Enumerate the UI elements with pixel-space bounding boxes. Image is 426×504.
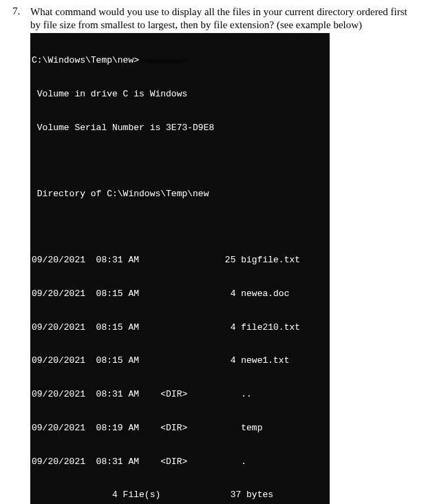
terminal-row: 09/20/2021 08:31 AM <DIR> .. (30, 389, 330, 400)
terminal-row: 09/20/2021 08:31 AM 25 bigfile.txt (30, 255, 330, 266)
terminal-row: 09/20/2021 08:15 AM 4 newea.doc (30, 288, 330, 300)
question-7: 7. What command would you use to display… (0, 0, 426, 504)
terminal-blank-line (30, 222, 330, 233)
terminal-row: 09/20/2021 08:19 AM <DIR> temp (30, 423, 330, 434)
question-body-7: What command would you use to display al… (30, 6, 414, 504)
terminal-row: 09/20/2021 08:15 AM 4 newe1.txt (30, 355, 330, 366)
question-number-7: 7. (12, 6, 30, 17)
terminal-blank-line (30, 156, 330, 166)
terminal-row: 09/20/2021 08:31 AM <DIR> . (30, 456, 330, 468)
terminal-row: 09/20/2021 08:15 AM 4 file210.txt (30, 322, 330, 333)
terminal-output: C:\Windows\Temp\new> Volume in drive C i… (30, 33, 330, 505)
terminal-serial-line: Volume Serial Number is 3E73-D9E8 (30, 123, 330, 134)
terminal-volume-line: Volume in drive C is Windows (30, 89, 330, 100)
terminal-prompt: C:\Windows\Temp\new> (32, 55, 139, 66)
terminal-summary-files: 4 File(s) 37 bytes (30, 490, 330, 501)
terminal-directory-line: Directory of C:\Windows\Temp\new (30, 189, 330, 200)
question-text-7: What command would you use to display al… (30, 6, 414, 32)
terminal-prompt-line: C:\Windows\Temp\new> (30, 55, 330, 66)
